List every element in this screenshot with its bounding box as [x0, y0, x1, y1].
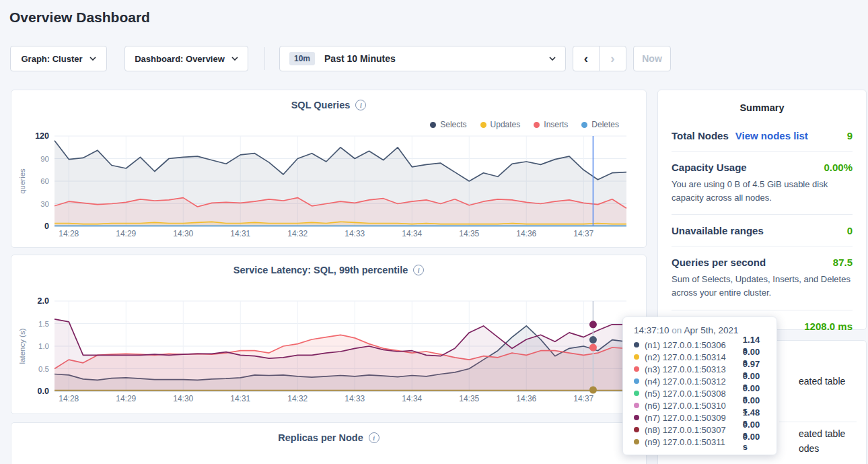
svg-text:0.5: 0.5	[38, 365, 49, 373]
series-color-dot	[634, 415, 639, 420]
time-range-badge: 10m	[289, 52, 315, 65]
total-nodes-label: Total Nodes	[672, 130, 729, 141]
series-color-dot	[634, 427, 639, 432]
info-icon[interactable]: i	[355, 100, 366, 110]
chevron-down-icon	[231, 57, 238, 61]
view-nodes-list-link[interactable]: View nodes list	[735, 130, 808, 141]
info-icon[interactable]: i	[413, 265, 424, 275]
capacity-usage-value: 0.00%	[824, 162, 853, 173]
summary-row-unavailable-ranges: Unavailable ranges 0	[672, 215, 853, 246]
series-color-dot	[634, 354, 639, 360]
controls-divider	[264, 47, 265, 70]
tooltip-node-label: (n9) 127.0.0.1:50311	[645, 437, 737, 447]
tooltip-node-row: (n9) 127.0.0.1:50311 0.00 s	[634, 436, 766, 448]
time-back-button[interactable]: ‹	[573, 46, 600, 71]
service-latency-panel: Service Latency: SQL, 99th percentile i …	[11, 255, 647, 414]
summary-row-qps: Queries per second 87.5 Sum of Selects, …	[672, 246, 853, 310]
time-range-dropdown[interactable]: 10m Past 10 Minutes	[279, 46, 566, 71]
svg-text:14:35: 14:35	[459, 394, 479, 403]
svg-text:90: 90	[40, 155, 49, 163]
svg-text:latency (s): latency (s)	[18, 328, 26, 364]
svg-text:14:37: 14:37	[573, 229, 593, 238]
series-color-dot	[634, 342, 639, 347]
svg-text:60: 60	[40, 177, 49, 185]
svg-text:14:32: 14:32	[287, 394, 308, 403]
event-item-fragment: eated table	[799, 376, 845, 387]
unavailable-ranges-value: 0	[847, 225, 853, 236]
tooltip-node-label: (n1) 127.0.0.1:50306	[645, 340, 737, 350]
sql-queries-panel: SQL Queries i SelectsUpdatesInsertsDelet…	[11, 90, 647, 248]
event-item-fragment: eated table	[799, 428, 845, 439]
time-range-label: Past 10 Minutes	[324, 53, 396, 64]
info-icon[interactable]: i	[369, 432, 379, 443]
tooltip-node-label: (n6) 127.0.0.1:50310	[645, 401, 737, 411]
tooltip-node-value: 0.00 s	[743, 432, 766, 452]
capacity-usage-desc: You are using 0 B of 4.5 GiB usable disk…	[672, 178, 853, 205]
svg-text:queries: queries	[18, 168, 26, 194]
sql-queries-chart[interactable]: 030609012014:2814:2914:3014:3114:3214:33…	[11, 128, 647, 251]
p99-latency-value: 1208.0 ms	[804, 321, 853, 332]
svg-text:14:36: 14:36	[516, 394, 536, 403]
dashboard-dropdown[interactable]: Dashboard: Overview	[124, 46, 248, 71]
legend-dot	[581, 122, 587, 128]
total-nodes-value: 9	[847, 130, 853, 141]
service-latency-chart[interactable]: 0.00.51.01.52.014:2814:2914:3014:3114:32…	[11, 293, 647, 416]
svg-text:14:28: 14:28	[59, 229, 79, 238]
svg-text:14:29: 14:29	[116, 394, 136, 403]
graph-dropdown[interactable]: Graph: Cluster	[10, 46, 107, 71]
qps-desc: Sum of Selects, Updates, Inserts, and De…	[672, 273, 853, 300]
tooltip-node-label: (n5) 127.0.0.1:50308	[645, 389, 737, 399]
sql-queries-title: SQL Queries	[291, 100, 351, 110]
svg-text:2.0: 2.0	[38, 296, 49, 306]
svg-text:14:29: 14:29	[116, 229, 136, 238]
tooltip-node-label: (n2) 127.0.0.1:50314	[645, 352, 737, 362]
event-item-fragment: odes	[799, 443, 819, 454]
svg-text:14:32: 14:32	[287, 229, 308, 238]
graph-dropdown-label: Graph: Cluster	[21, 54, 82, 64]
time-forward-button[interactable]: ›	[600, 46, 626, 71]
svg-text:14:30: 14:30	[173, 394, 193, 403]
svg-text:14:28: 14:28	[59, 394, 79, 403]
svg-text:1.5: 1.5	[38, 320, 49, 328]
svg-text:14:34: 14:34	[402, 394, 422, 403]
svg-text:0: 0	[44, 222, 49, 231]
svg-text:14:33: 14:33	[345, 394, 365, 403]
now-button[interactable]: Now	[633, 46, 671, 71]
svg-text:0.0: 0.0	[38, 387, 49, 396]
chevron-down-icon	[89, 57, 96, 61]
series-color-dot	[634, 403, 639, 408]
summary-row-capacity: Capacity Usage 0.00% You are using 0 B o…	[672, 152, 853, 215]
capacity-usage-label: Capacity Usage	[672, 162, 747, 173]
page-title: Overview Dashboard	[9, 9, 150, 26]
summary-title: Summary	[672, 102, 853, 113]
svg-text:120: 120	[35, 131, 49, 141]
chevron-down-icon	[549, 57, 556, 61]
series-color-dot	[634, 378, 639, 384]
qps-label: Queries per second	[672, 257, 766, 268]
svg-text:14:37: 14:37	[573, 394, 593, 403]
series-color-dot	[634, 366, 639, 372]
tooltip-node-label: (n4) 127.0.0.1:50312	[645, 376, 737, 387]
chart-hover-tooltip: 14:37:10 on Apr 5th, 2021 (n1) 127.0.0.1…	[622, 317, 777, 455]
replicas-per-node-panel: Replicas per Node i	[11, 422, 647, 464]
summary-panel: Summary Total Nodes View nodes list 9 Ca…	[657, 90, 867, 330]
svg-text:14:31: 14:31	[230, 229, 250, 238]
unavailable-ranges-label: Unavailable ranges	[672, 225, 764, 236]
service-latency-title: Service Latency: SQL, 99th percentile	[233, 265, 408, 275]
events-divider	[779, 422, 857, 422]
svg-text:1.0: 1.0	[38, 342, 49, 350]
series-color-dot	[634, 391, 639, 396]
summary-row-total-nodes: Total Nodes View nodes list 9	[672, 120, 853, 152]
legend-dot	[534, 122, 540, 128]
svg-text:14:31: 14:31	[230, 394, 250, 403]
svg-text:14:36: 14:36	[516, 229, 536, 238]
svg-text:14:30: 14:30	[173, 229, 193, 238]
tooltip-node-label: (n3) 127.0.0.1:50313	[645, 364, 737, 374]
svg-text:14:34: 14:34	[402, 229, 422, 238]
series-color-dot	[634, 439, 639, 444]
svg-text:14:33: 14:33	[345, 229, 365, 238]
svg-text:30: 30	[40, 200, 49, 208]
legend-dot	[430, 122, 436, 128]
legend-dot	[480, 122, 486, 128]
tooltip-node-label: (n8) 127.0.0.1:50307	[645, 425, 737, 435]
